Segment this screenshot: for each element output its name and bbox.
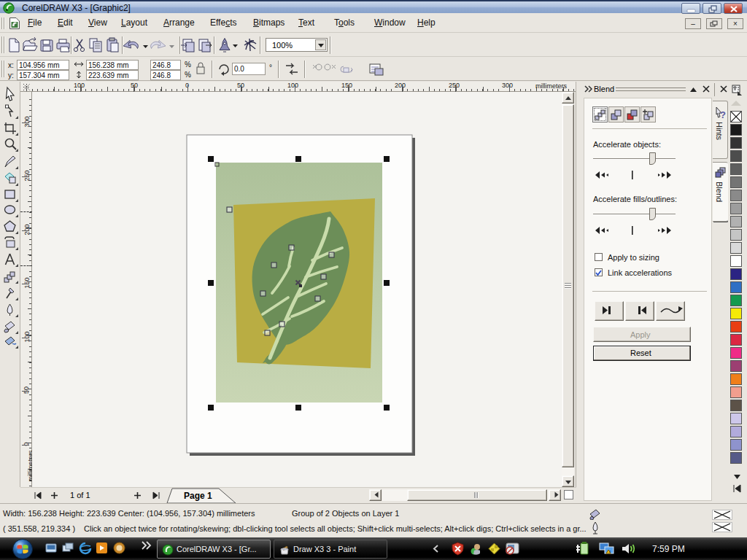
svg-text:?: ? [720,109,726,120]
svg-text:Page 1: Page 1 [184,491,212,501]
